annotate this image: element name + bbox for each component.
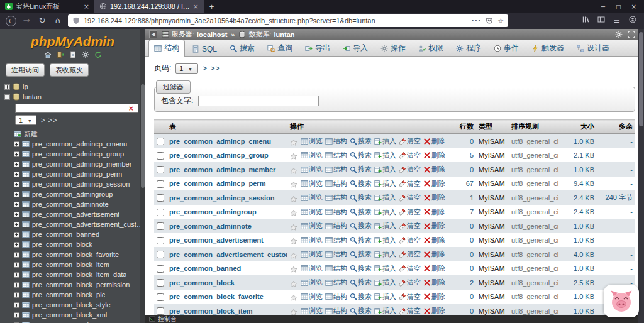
table-size[interactable]: 2.4 KB xyxy=(565,205,597,219)
action-empty[interactable]: 清空 xyxy=(399,236,421,245)
shield-icon[interactable] xyxy=(72,17,80,25)
action-browse[interactable]: 浏览 xyxy=(301,193,323,202)
browser-tab-btpanel[interactable]: 宝塔Linux面板 × xyxy=(0,0,94,13)
more-pages-link[interactable]: > >> xyxy=(203,64,220,73)
action-structure[interactable]: 结构 xyxy=(325,278,347,287)
action-structure[interactable]: 结构 xyxy=(325,306,347,315)
table-name-link[interactable]: pre_common_admincp_group xyxy=(169,151,269,159)
action-insert[interactable]: 插入 xyxy=(374,249,396,259)
tab-import[interactable]: 导入 xyxy=(337,40,374,56)
tab-export[interactable]: 导出 xyxy=(299,40,336,56)
table-name-link[interactable]: pre_common_advertisement_custom xyxy=(169,251,287,258)
table-name-link[interactable]: pre_common_admincp_perm xyxy=(169,180,265,187)
action-drop[interactable]: 删除 xyxy=(423,221,445,231)
action-browse[interactable]: 浏览 xyxy=(301,165,323,174)
url-text[interactable]: 192.168.244.129:888/phpmyadmin_3ae2a1056… xyxy=(84,17,468,25)
bookmark-star-icon[interactable]: ☆ xyxy=(497,17,504,25)
action-browse[interactable]: 浏览 xyxy=(301,292,323,302)
action-empty[interactable]: 清空 xyxy=(399,193,421,202)
nav-table-item[interactable]: pre_common_block_permission xyxy=(14,280,145,290)
tab-close-icon[interactable]: × xyxy=(84,3,89,11)
nav-table-item[interactable]: pre_common_adminnote xyxy=(14,199,145,209)
table-name-link[interactable]: pre_common_admincp_session xyxy=(169,194,275,202)
action-structure[interactable]: 结构 xyxy=(325,236,347,245)
nav-table-item[interactable]: pre_common_block_style xyxy=(14,300,145,310)
expand-icon[interactable] xyxy=(14,212,19,217)
row-checkbox[interactable] xyxy=(157,194,164,202)
expand-icon[interactable] xyxy=(14,292,19,298)
table-size[interactable]: 1.0 KB xyxy=(565,134,597,148)
expand-icon[interactable] xyxy=(14,192,19,197)
favorite-star-icon[interactable] xyxy=(290,195,297,203)
action-browse[interactable]: 浏览 xyxy=(301,264,323,273)
sidebars-icon[interactable] xyxy=(596,16,607,26)
forward-button[interactable]: → xyxy=(21,16,32,26)
table-name-link[interactable]: pre_common_advertisement xyxy=(169,236,264,244)
expand-icon[interactable] xyxy=(14,141,19,147)
action-drop[interactable]: 删除 xyxy=(423,193,445,202)
action-structure[interactable]: 结构 xyxy=(325,292,347,302)
tab-events[interactable]: 事件 xyxy=(488,40,525,56)
settings-icon[interactable] xyxy=(82,51,89,58)
action-structure[interactable]: 结构 xyxy=(325,136,347,146)
action-browse[interactable]: 浏览 xyxy=(301,236,323,245)
tab-operations[interactable]: 操作 xyxy=(375,40,411,56)
expand-icon[interactable] xyxy=(14,252,19,258)
pig-overlay[interactable] xyxy=(604,285,639,317)
page-scrollbar-thumb[interactable] xyxy=(639,32,643,126)
browser-tab-phpmyadmin[interactable]: 192.168.244.129:888 / l… × xyxy=(94,0,204,13)
expand-icon[interactable] xyxy=(14,172,19,177)
action-structure[interactable]: 结构 xyxy=(325,193,347,202)
table-size[interactable]: 1.0 KB xyxy=(565,162,597,177)
table-name-link[interactable]: pre_common_block_favorite xyxy=(169,293,264,300)
table-name-link[interactable]: pre_common_admincp_cmenu xyxy=(169,138,271,145)
favorite-star-icon[interactable] xyxy=(290,238,297,245)
nav-table-item[interactable]: pre_common_advertisement_custom xyxy=(14,219,145,229)
expand-icon[interactable] xyxy=(14,312,19,318)
tab-triggers[interactable]: 触发器 xyxy=(526,40,570,56)
action-empty[interactable]: 清空 xyxy=(399,179,421,189)
action-insert[interactable]: 插入 xyxy=(374,207,396,217)
nav-table-item[interactable]: pre_common_block_item_data xyxy=(14,270,145,280)
expand-icon[interactable] xyxy=(14,272,19,278)
tab-sql[interactable]: SQL xyxy=(186,41,223,56)
pocket-icon[interactable] xyxy=(486,17,493,25)
nav-table-item[interactable]: pre_common_admincp_member xyxy=(14,159,145,169)
action-browse[interactable]: 浏览 xyxy=(301,278,323,287)
row-checkbox[interactable] xyxy=(157,251,164,258)
navigation-filter-input[interactable] xyxy=(15,104,138,113)
sidebar-scrollbar[interactable] xyxy=(140,29,145,323)
pma-logo[interactable]: phpMyAdmin xyxy=(0,29,145,50)
action-browse[interactable]: 浏览 xyxy=(301,179,323,189)
action-search[interactable]: 搜索 xyxy=(350,249,372,259)
action-browse[interactable]: 浏览 xyxy=(301,249,323,259)
tab-structure[interactable]: 结构 xyxy=(148,40,185,57)
expand-icon[interactable] xyxy=(14,232,19,238)
tab-close-icon[interactable]: × xyxy=(193,3,199,11)
favorite-star-icon[interactable] xyxy=(290,224,297,231)
action-search[interactable]: 搜索 xyxy=(350,278,372,287)
action-empty[interactable]: 清空 xyxy=(399,207,421,217)
favorite-star-icon[interactable] xyxy=(290,167,297,175)
address-bar[interactable]: 192.168.244.129:888/phpmyadmin_3ae2a1056… xyxy=(68,14,508,27)
nav-table-item[interactable]: pre_common_block_xml xyxy=(14,310,145,320)
action-empty[interactable]: 清空 xyxy=(399,278,421,287)
header-overhead[interactable]: 多余 xyxy=(597,120,635,134)
collapse-navigation-icon[interactable]: ◀ xyxy=(149,30,157,38)
favorite-star-icon[interactable] xyxy=(290,209,297,217)
tree-database-luntan[interactable]: luntan xyxy=(4,92,145,102)
table-size[interactable]: 4.0 KB xyxy=(565,247,597,261)
favorite-star-icon[interactable] xyxy=(290,153,297,160)
action-structure[interactable]: 结构 xyxy=(325,165,347,174)
row-checkbox[interactable] xyxy=(157,138,164,145)
table-name-link[interactable]: pre_common_block_item xyxy=(169,307,253,315)
header-collation[interactable]: 排序规则 xyxy=(509,120,565,134)
action-search[interactable]: 搜索 xyxy=(350,207,372,217)
tree-database-ip[interactable]: ip xyxy=(4,82,145,92)
nav-table-item[interactable]: pre_common_banned xyxy=(14,229,145,239)
action-insert[interactable]: 插入 xyxy=(374,306,396,315)
action-search[interactable]: 搜索 xyxy=(350,264,372,273)
action-drop[interactable]: 删除 xyxy=(423,236,445,245)
tab-routines[interactable]: 程序 xyxy=(450,40,487,56)
action-browse[interactable]: 浏览 xyxy=(301,151,323,160)
